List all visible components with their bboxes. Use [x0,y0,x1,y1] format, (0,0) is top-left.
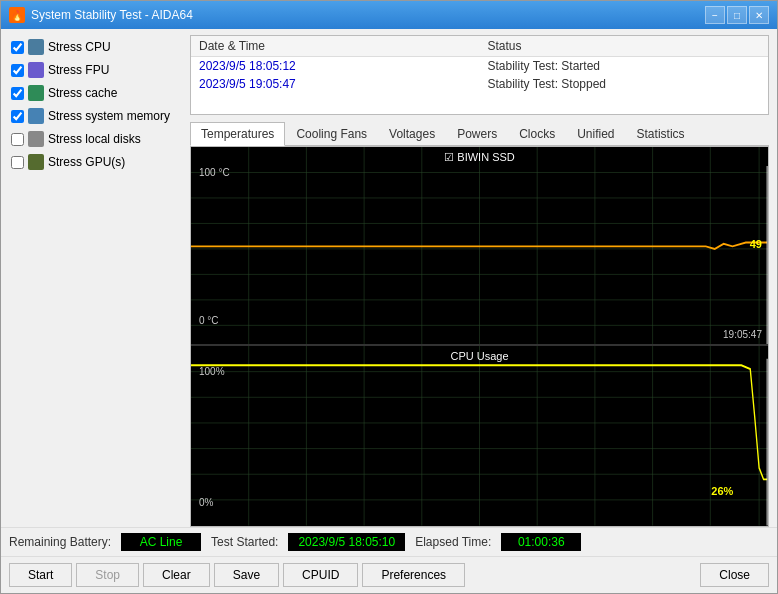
chart1-value: 49 [750,238,762,250]
chart1-svg [191,147,768,344]
window-close-button[interactable]: ✕ [749,6,769,24]
window-title: System Stability Test - AIDA64 [31,8,193,22]
chart2-label-bottom: 0% [199,497,213,508]
date-2: 2023/9/5 19:05:47 [191,75,480,93]
app-icon: 🔥 [9,7,25,23]
tabs-bar: Temperatures Cooling Fans Voltages Power… [190,121,769,146]
tab-cooling-fans[interactable]: Cooling Fans [285,122,378,146]
cache-icon [28,85,44,101]
date-time-header: Date & Time [191,36,480,56]
tab-voltages[interactable]: Voltages [378,122,446,146]
disk-icon [28,131,44,147]
disk-label[interactable]: Stress local disks [48,132,141,146]
left-panel: Stress CPU Stress FPU Stress cache Stres… [1,29,186,527]
main-content: Stress CPU Stress FPU Stress cache Stres… [1,29,777,527]
tab-clocks[interactable]: Clocks [508,122,566,146]
tab-temperatures[interactable]: Temperatures [190,122,285,146]
remaining-battery-value: AC Line [121,533,201,551]
window-controls: − □ ✕ [705,6,769,24]
start-button[interactable]: Start [9,563,72,587]
status-header: Status [480,36,769,56]
fpu-icon [28,62,44,78]
title-bar: 🔥 System Stability Test - AIDA64 − □ ✕ [1,1,777,29]
chart1-title: ☑ ☑ BIWIN SSDBIWIN SSD [444,151,515,164]
minimize-button[interactable]: − [705,6,725,24]
chart2-svg [191,346,768,526]
main-window: 🔥 System Stability Test - AIDA64 − □ ✕ S… [0,0,778,594]
cpu-label[interactable]: Stress CPU [48,40,111,54]
stop-button[interactable]: Stop [76,563,139,587]
gpu-icon [28,154,44,170]
checkbox-cache[interactable]: Stress cache [9,83,178,103]
status-table: Date & Time Status 2023/9/5 18:05:12 Sta… [190,35,769,115]
cpuid-button[interactable]: CPUID [283,563,358,587]
memory-label[interactable]: Stress system memory [48,109,170,123]
status-2: Stability Test: Stopped [480,75,769,93]
footer-buttons: Start Stop Clear Save CPUID Preferences … [1,556,777,593]
cache-label[interactable]: Stress cache [48,86,117,100]
fpu-label[interactable]: Stress FPU [48,63,109,77]
preferences-button[interactable]: Preferences [362,563,465,587]
test-started-label: Test Started: [211,535,278,549]
gpu-label[interactable]: Stress GPU(s) [48,155,125,169]
memory-icon [28,108,44,124]
charts-area: ☑ ☑ BIWIN SSDBIWIN SSD 100 °C 0 °C 19:05… [190,146,769,527]
bottom-bar: Remaining Battery: AC Line Test Started:… [1,527,777,556]
status-table-header: Date & Time Status [191,36,768,57]
cpu-icon [28,39,44,55]
maximize-button[interactable]: □ [727,6,747,24]
checkbox-gpu[interactable]: Stress GPU(s) [9,152,178,172]
status-row-2: 2023/9/5 19:05:47 Stability Test: Stoppe… [191,75,768,93]
status-1: Stability Test: Started [480,57,769,75]
elapsed-time-value: 01:00:36 [501,533,581,551]
close-button[interactable]: Close [700,563,769,587]
temperature-chart: ☑ ☑ BIWIN SSDBIWIN SSD 100 °C 0 °C 19:05… [191,147,768,344]
save-button[interactable]: Save [214,563,279,587]
footer-buttons-left: Start Stop Clear Save CPUID Preferences [9,563,465,587]
cpu-usage-chart: CPU Usage 100% 0% 26% [191,344,768,526]
checkbox-fpu[interactable]: Stress FPU [9,60,178,80]
tab-powers[interactable]: Powers [446,122,508,146]
tab-statistics[interactable]: Statistics [626,122,696,146]
status-row-1: 2023/9/5 18:05:12 Stability Test: Starte… [191,57,768,75]
right-panel: Date & Time Status 2023/9/5 18:05:12 Sta… [186,29,777,527]
clear-button[interactable]: Clear [143,563,210,587]
remaining-battery-label: Remaining Battery: [9,535,111,549]
chart2-value: 26% [711,485,733,497]
chart2-label-top: 100% [199,366,225,377]
test-started-value: 2023/9/5 18:05:10 [288,533,405,551]
elapsed-time-label: Elapsed Time: [415,535,491,549]
chart1-label-top: 100 °C [199,167,230,178]
date-1: 2023/9/5 18:05:12 [191,57,480,75]
checkbox-cpu[interactable]: Stress CPU [9,37,178,57]
chart2-title: CPU Usage [450,350,508,362]
tab-unified[interactable]: Unified [566,122,625,146]
chart1-label-bottom: 0 °C [199,315,219,326]
chart1-timestamp: 19:05:47 [723,329,762,340]
checkbox-disk[interactable]: Stress local disks [9,129,178,149]
checkbox-memory[interactable]: Stress system memory [9,106,178,126]
